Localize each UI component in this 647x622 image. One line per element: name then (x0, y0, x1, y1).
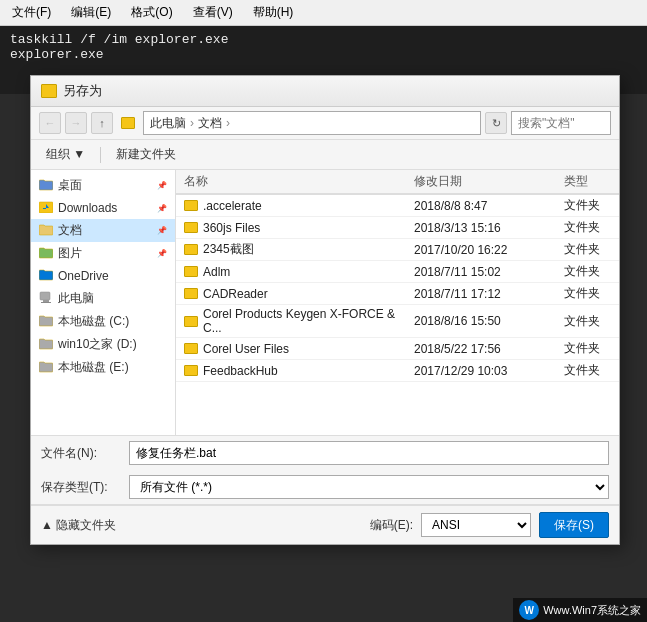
sidebar-item-onedrive[interactable]: OneDrive (31, 265, 175, 287)
refresh-button[interactable]: ↻ (485, 112, 507, 134)
watermark: W Www.Win7系统之家 (513, 598, 647, 622)
table-row[interactable]: Corel User Files2018/5/22 17:56文件夹 (176, 338, 619, 360)
file-type-cell: 文件夹 (556, 313, 619, 330)
table-row[interactable]: 360js Files2018/3/13 15:16文件夹 (176, 217, 619, 239)
file-date-cell: 2018/5/22 17:56 (406, 342, 556, 356)
sidebar-item-label: 此电脑 (58, 290, 167, 307)
sidebar-item-此电脑[interactable]: 此电脑 (31, 287, 175, 310)
table-row[interactable]: .accelerate2018/8/8 8:47文件夹 (176, 195, 619, 217)
folder-icon-sm (184, 222, 198, 233)
file-type-cell: 文件夹 (556, 197, 619, 214)
sidebar-item-label: 图片 (58, 245, 152, 262)
col-header-type: 类型 (556, 173, 619, 190)
organize-button[interactable]: 组织 ▼ (39, 143, 92, 166)
path-sep2: › (226, 116, 230, 130)
folder-icon (39, 246, 53, 262)
hide-folders-label: ▲ 隐藏文件夹 (41, 517, 116, 534)
filename-input[interactable] (129, 441, 609, 465)
file-name: .accelerate (203, 199, 262, 213)
table-row[interactable]: FeedbackHub2017/12/29 10:03文件夹 (176, 360, 619, 382)
sidebar-item-downloads[interactable]: Downloads📌 (31, 197, 175, 219)
svg-rect-2 (40, 292, 50, 300)
file-name-cell: FeedbackHub (176, 364, 406, 378)
path-sep1: › (190, 116, 194, 130)
sidebar-item-label: OneDrive (58, 269, 167, 283)
sidebar-item-label: win10之家 (D:) (58, 336, 167, 353)
folder-icon-btn (117, 112, 139, 134)
sidebar-item-桌面[interactable]: 桌面📌 (31, 174, 175, 197)
dialog-title: 另存为 (63, 82, 609, 100)
path-docs[interactable]: 文档 (198, 115, 222, 132)
folder-icon-sm (184, 288, 198, 299)
file-rows: .accelerate2018/8/8 8:47文件夹360js Files20… (176, 195, 619, 382)
folder-icon (39, 291, 53, 307)
table-row[interactable]: CADReader2018/7/11 17:12文件夹 (176, 283, 619, 305)
sidebar-item-文档[interactable]: 文档📌 (31, 219, 175, 242)
sidebar-item-label: 本地磁盘 (E:) (58, 359, 167, 376)
table-row[interactable]: 2345截图2017/10/20 16:22文件夹 (176, 239, 619, 261)
file-list-header: 名称 修改日期 类型 (176, 170, 619, 195)
sidebar-item-图片[interactable]: 图片📌 (31, 242, 175, 265)
menu-bar: 文件(F) 编辑(E) 格式(O) 查看(V) 帮助(H) (0, 0, 647, 26)
file-name-cell: Corel Products Keygen X-FORCE & C... (176, 307, 406, 335)
save-button[interactable]: 保存(S) (539, 512, 609, 538)
svg-rect-4 (41, 302, 51, 303)
col-header-name: 名称 (176, 173, 406, 190)
main-content: 桌面📌Downloads📌文档📌图片📌OneDrive此电脑本地磁盘 (C:)w… (31, 170, 619, 435)
file-name-cell: Adlm (176, 265, 406, 279)
up-button[interactable]: ↑ (91, 112, 113, 134)
file-date-cell: 2018/8/8 8:47 (406, 199, 556, 213)
menu-format[interactable]: 格式(O) (127, 2, 176, 23)
sidebar-item-label: Downloads (58, 201, 152, 215)
folder-icon (39, 178, 53, 194)
search-input[interactable] (511, 111, 611, 135)
folder-icon (41, 84, 57, 98)
menu-edit[interactable]: 编辑(E) (67, 2, 115, 23)
file-name-cell: Corel User Files (176, 342, 406, 356)
encoding-label: 编码(E): (370, 517, 413, 534)
filename-label: 文件名(N): (41, 445, 121, 462)
sidebar-item-label: 文档 (58, 222, 152, 239)
sidebar-item-label: 本地磁盘 (C:) (58, 313, 167, 330)
folder-icon-sm (184, 200, 198, 211)
sidebar: 桌面📌Downloads📌文档📌图片📌OneDrive此电脑本地磁盘 (C:)w… (31, 170, 176, 435)
address-path[interactable]: 此电脑 › 文档 › (143, 111, 481, 135)
sidebar-item-本地磁盘(e:)[interactable]: 本地磁盘 (E:) (31, 356, 175, 379)
folder-icon-sm (184, 343, 198, 354)
file-type-cell: 文件夹 (556, 362, 619, 379)
pin-icon: 📌 (157, 249, 167, 258)
watermark-logo: W (519, 600, 539, 620)
folder-icon-sm (184, 316, 198, 327)
pin-icon: 📌 (157, 181, 167, 190)
encoding-select[interactable]: ANSI (421, 513, 531, 537)
sidebar-item-本地磁盘(c:)[interactable]: 本地磁盘 (C:) (31, 310, 175, 333)
filetype-select[interactable]: 所有文件 (*.*) (129, 475, 609, 499)
menu-help[interactable]: 帮助(H) (249, 2, 298, 23)
address-bar: ← → ↑ 此电脑 › 文档 › ↻ (31, 107, 619, 140)
sidebar-item-win10之家(d:)[interactable]: win10之家 (D:) (31, 333, 175, 356)
watermark-text: Www.Win7系统之家 (543, 603, 641, 618)
pin-icon: 📌 (157, 204, 167, 213)
forward-button[interactable]: → (65, 112, 87, 134)
new-folder-button[interactable]: 新建文件夹 (109, 143, 183, 166)
toolbar-divider (100, 147, 101, 163)
path-thispc[interactable]: 此电脑 (150, 115, 186, 132)
file-type-cell: 文件夹 (556, 219, 619, 236)
folder-icon (39, 360, 53, 376)
filetype-label: 保存类型(T): (41, 479, 121, 496)
table-row[interactable]: Corel Products Keygen X-FORCE & C...2018… (176, 305, 619, 338)
file-name: 360js Files (203, 221, 260, 235)
menu-file[interactable]: 文件(F) (8, 2, 55, 23)
dialog-titlebar: 另存为 (31, 76, 619, 107)
table-row[interactable]: Adlm2018/7/11 15:02文件夹 (176, 261, 619, 283)
svg-rect-3 (43, 300, 49, 302)
file-list: 名称 修改日期 类型 .accelerate2018/8/8 8:47文件夹36… (176, 170, 619, 435)
file-name: CADReader (203, 287, 268, 301)
hide-folders-button[interactable]: ▲ 隐藏文件夹 (41, 517, 116, 534)
menu-view[interactable]: 查看(V) (189, 2, 237, 23)
file-name: 2345截图 (203, 241, 254, 258)
file-type-cell: 文件夹 (556, 340, 619, 357)
back-button[interactable]: ← (39, 112, 61, 134)
folder-icon (39, 337, 53, 353)
terminal-line1: taskkill /f /im explorer.exe (10, 32, 637, 47)
